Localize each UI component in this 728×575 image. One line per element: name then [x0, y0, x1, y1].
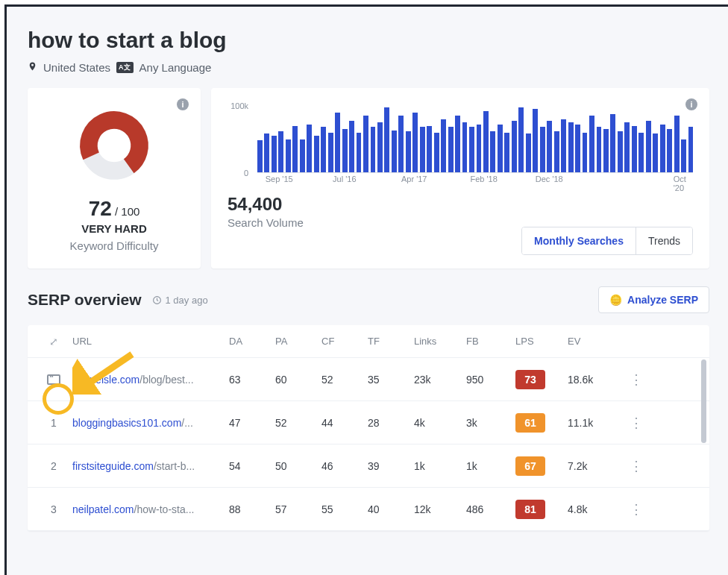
url-cell[interactable]: themeisle.com/blog/best... — [72, 374, 229, 386]
location-label: United States — [43, 61, 110, 74]
da-cell: 63 — [229, 374, 275, 386]
serp-timestamp: 1 day ago — [152, 295, 208, 306]
links-cell: 1k — [414, 460, 466, 472]
language-icon: A文 — [116, 62, 134, 73]
pa-cell: 57 — [275, 503, 321, 515]
expand-icon[interactable]: ⤢ — [49, 336, 58, 348]
row-menu-icon[interactable]: ⋮ — [623, 371, 650, 388]
scrollbar[interactable] — [701, 359, 706, 443]
fb-cell: 3k — [466, 417, 515, 429]
col-ev[interactable]: EV — [568, 336, 623, 347]
col-url[interactable]: URL — [72, 336, 229, 347]
lps-badge: 61 — [515, 413, 545, 433]
tf-cell: 40 — [368, 503, 414, 515]
fb-cell: 1k — [466, 460, 515, 472]
rank-cell: 2 — [35, 460, 72, 472]
ev-cell: 4.8k — [568, 503, 623, 515]
rank-cell: 3 — [35, 503, 72, 515]
info-icon[interactable]: i — [177, 98, 189, 110]
clock-icon — [152, 295, 162, 305]
analyze-serp-button[interactable]: 🪙 Analyze SERP — [598, 286, 709, 313]
difficulty-rating: VERY HARD — [44, 222, 184, 235]
cf-cell: 55 — [321, 503, 368, 515]
volume-toggle: Monthly Searches Trends — [521, 227, 693, 255]
url-cell[interactable]: bloggingbasics101.com/... — [72, 417, 229, 429]
table-row[interactable]: 2firstsiteguide.com/start-b...545046391k… — [28, 444, 709, 488]
language-label: Any Language — [139, 61, 212, 74]
lps-badge: 67 — [515, 456, 545, 476]
row-menu-icon[interactable]: ⋮ — [623, 501, 650, 518]
da-cell: 54 — [229, 460, 275, 472]
da-cell: 88 — [229, 503, 275, 515]
ev-cell: 18.6k — [568, 374, 623, 386]
ev-cell: 7.2k — [568, 460, 623, 472]
table-header: ⤢ URL DA PA CF TF Links FB LPS EV — [28, 325, 709, 358]
search-volume-card: i 100k 0 Sep '15Jul '16Apr '17Feb '18Dec… — [211, 88, 709, 268]
table-row[interactable]: 3neilpatel.com/how-to-sta...8857554012k4… — [28, 488, 709, 531]
cf-cell: 44 — [321, 417, 368, 429]
keyword-title: how to start a blog — [28, 28, 709, 53]
fb-cell: 950 — [466, 374, 515, 386]
ev-cell: 11.1k — [568, 417, 623, 429]
serp-table: ⤢ URL DA PA CF TF Links FB LPS EV themei… — [28, 325, 709, 531]
difficulty-donut-chart — [73, 104, 155, 186]
col-lps[interactable]: LPS — [515, 336, 568, 347]
row-menu-icon[interactable]: ⋮ — [623, 458, 650, 474]
col-cf[interactable]: CF — [321, 336, 368, 347]
featured-snippet-icon — [47, 374, 60, 385]
serp-overview-title: SERP overview — [28, 291, 142, 309]
url-cell[interactable]: firstsiteguide.com/start-b... — [72, 460, 229, 472]
lps-badge: 81 — [515, 500, 545, 519]
difficulty-label: Keyword Difficulty — [44, 239, 184, 252]
links-cell: 4k — [414, 417, 466, 429]
url-cell[interactable]: neilpatel.com/how-to-sta... — [72, 503, 229, 515]
pa-cell: 60 — [275, 374, 321, 386]
cf-cell: 52 — [321, 374, 368, 386]
monthly-searches-tab[interactable]: Monthly Searches — [522, 227, 636, 254]
pa-cell: 52 — [275, 417, 321, 429]
col-pa[interactable]: PA — [275, 336, 321, 347]
col-tf[interactable]: TF — [368, 336, 414, 347]
tf-cell: 28 — [368, 417, 414, 429]
da-cell: 47 — [229, 417, 275, 429]
coin-icon: 🪙 — [609, 294, 622, 306]
volume-chart: 100k 0 Sep '15Jul '16Apr '17Feb '18Dec '… — [250, 106, 693, 188]
tf-cell: 39 — [368, 460, 414, 472]
rank-cell: 1 — [35, 417, 72, 429]
difficulty-score: 72 / 100 — [44, 197, 184, 221]
links-cell: 23k — [414, 374, 466, 386]
fb-cell: 486 — [466, 503, 515, 515]
col-fb[interactable]: FB — [466, 336, 515, 347]
trends-tab[interactable]: Trends — [636, 227, 692, 254]
keyword-difficulty-card: i 72 / 100 VERY HARD Keyword Difficulty — [28, 88, 201, 268]
cf-cell: 46 — [321, 460, 368, 472]
table-row[interactable]: themeisle.com/blog/best...6360523523k950… — [28, 358, 709, 401]
pa-cell: 50 — [275, 460, 321, 472]
col-links[interactable]: Links — [414, 336, 466, 347]
tf-cell: 35 — [368, 374, 414, 386]
lps-badge: 73 — [515, 370, 545, 389]
row-menu-icon[interactable]: ⋮ — [623, 415, 650, 431]
search-volume-value: 54,400 — [228, 194, 693, 215]
links-cell: 12k — [414, 503, 466, 515]
location-pin-icon — [28, 60, 37, 75]
table-row[interactable]: 1bloggingbasics101.com/...475244284k3k61… — [28, 401, 709, 444]
col-da[interactable]: DA — [229, 336, 275, 347]
